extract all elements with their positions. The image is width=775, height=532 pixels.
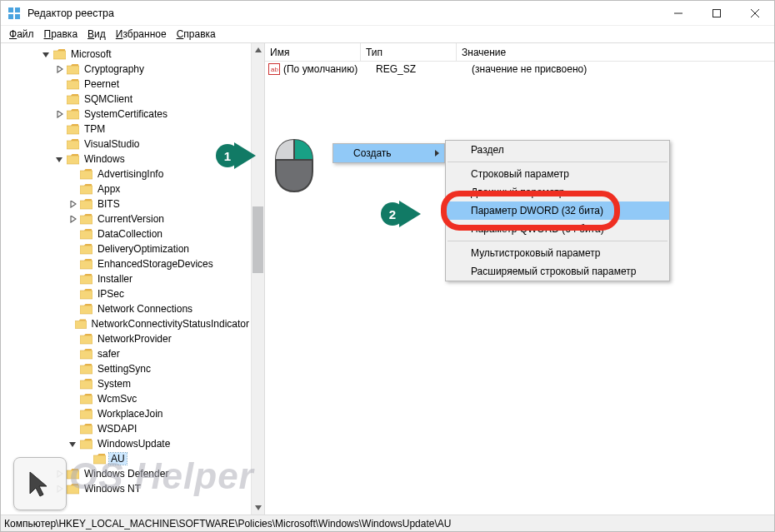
column-value[interactable]: Значение: [457, 43, 774, 61]
registry-tree[interactable]: MicrosoftCryptographyPeernetSQMClientSys…: [1, 43, 251, 515]
context-menu[interactable]: Создать: [332, 143, 445, 163]
tree-item[interactable]: BITS: [1, 196, 251, 211]
tree-item-label: AdvertisingInfo: [96, 168, 165, 180]
tree-item-label: DeliveryOptimization: [96, 243, 191, 255]
tree-item-label: Network Connections: [96, 303, 194, 315]
scroll-track[interactable]: [252, 57, 264, 501]
svg-rect-23: [80, 201, 92, 209]
tree-item[interactable]: AdvertisingInfo: [1, 167, 251, 181]
tree-item-label: WSDAPI: [96, 423, 138, 435]
menu-file[interactable]: Файл: [4, 28, 39, 40]
tree-item[interactable]: WcmSvc: [1, 391, 251, 406]
tree-item[interactable]: Network Connections: [1, 301, 251, 316]
tree-item[interactable]: Cryptography: [1, 62, 251, 77]
tree-item[interactable]: Appx: [1, 181, 251, 196]
tree-item[interactable]: DeliveryOptimization: [1, 241, 251, 256]
title-bar: Редактор реестра: [1, 1, 774, 26]
minimize-button[interactable]: [659, 1, 698, 25]
menu-bar: Файл Правка Вид Избранное Справка: [1, 26, 774, 42]
menu-view[interactable]: Вид: [82, 28, 111, 40]
watermark-text: OS Helper: [69, 455, 254, 497]
tree-item-label: Cryptography: [82, 63, 146, 75]
context-menu-item-create[interactable]: Создать: [333, 144, 444, 162]
svg-rect-1: [15, 7, 20, 12]
tree-item[interactable]: Peernet: [1, 77, 251, 92]
svg-rect-31: [80, 306, 92, 314]
close-button[interactable]: [736, 1, 774, 25]
scroll-down-button[interactable]: [252, 501, 264, 515]
tree-item-label: CurrentVersion: [96, 213, 166, 225]
tree-item[interactable]: System: [1, 376, 251, 391]
annotation-callout-1: 1: [216, 144, 239, 167]
tree-item-label: WindowsUpdate: [96, 438, 172, 450]
column-type[interactable]: Тип: [361, 43, 457, 61]
window-controls: [659, 1, 774, 25]
submenu-item[interactable]: Раздел: [446, 141, 669, 159]
submenu-item[interactable]: Мультистроковый параметр: [446, 244, 669, 262]
tree-item-label: WcmSvc: [96, 393, 138, 405]
svg-marker-8: [42, 52, 49, 57]
tree-item[interactable]: DataCollection: [1, 226, 251, 241]
tree-item[interactable]: NetworkConnectivityStatusIndicator: [1, 316, 251, 331]
tree-item[interactable]: EnhancedStorageDevices: [1, 256, 251, 271]
annotation-callout-2: 2: [381, 202, 404, 226]
tree-scrollbar[interactable]: [251, 43, 264, 515]
tree-item[interactable]: safer: [1, 346, 251, 361]
tree-item-label: Microsoft: [69, 48, 113, 60]
tree-item[interactable]: IPSec: [1, 286, 251, 301]
tree-item[interactable]: Microsoft: [1, 47, 251, 62]
maximize-button[interactable]: [698, 1, 736, 25]
menu-favorites[interactable]: Избранное: [111, 28, 172, 40]
svg-rect-16: [67, 126, 79, 134]
tree-item-label: Appx: [96, 183, 122, 195]
svg-rect-5: [713, 9, 721, 17]
tree-item-label: VisualStudio: [82, 138, 142, 150]
tree-item-label: DataCollection: [96, 228, 164, 240]
tree-item[interactable]: WorkplaceJoin: [1, 406, 251, 421]
tree-item[interactable]: Windows: [1, 152, 251, 167]
tree-item-label: NetworkProvider: [96, 333, 173, 345]
tree-item[interactable]: SQMClient: [1, 92, 251, 107]
svg-marker-53: [30, 472, 47, 496]
value-name: (По умолчанию): [283, 63, 376, 75]
tree-item[interactable]: CurrentVersion: [1, 211, 251, 226]
tree-item[interactable]: SettingSync: [1, 361, 251, 376]
svg-rect-19: [67, 156, 79, 164]
status-path: Компьютер\HKEY_LOCAL_MACHINE\SOFTWARE\Po…: [4, 518, 451, 530]
svg-rect-38: [80, 410, 92, 419]
list-body[interactable]: ab(По умолчанию)REG_SZ(значение не присв…: [265, 62, 774, 515]
submenu-item[interactable]: Строковый параметр: [446, 165, 669, 183]
submenu-item[interactable]: Расширяемый строковый параметр: [446, 262, 669, 281]
cursor-indicator: [13, 457, 67, 510]
scroll-up-button[interactable]: [252, 43, 264, 57]
svg-rect-11: [67, 66, 79, 74]
menu-edit[interactable]: Правка: [39, 28, 83, 40]
menu-separator: [448, 241, 668, 241]
tree-item-label: SettingSync: [96, 363, 152, 375]
value-data: (значение не присвоено): [472, 63, 774, 75]
tree-item[interactable]: Installer: [1, 271, 251, 286]
tree-item-label: IPSec: [96, 288, 126, 300]
column-name[interactable]: Имя: [265, 43, 361, 61]
tree-item[interactable]: NetworkProvider: [1, 331, 251, 346]
tree-item[interactable]: VisualStudio: [1, 137, 251, 152]
svg-rect-13: [67, 96, 79, 104]
scroll-thumb[interactable]: [252, 206, 263, 273]
svg-marker-48: [255, 505, 262, 510]
tree-item[interactable]: TPM: [1, 122, 251, 137]
svg-rect-0: [8, 7, 13, 12]
list-row[interactable]: ab(По умолчанию)REG_SZ(значение не присв…: [265, 62, 774, 77]
tree-item[interactable]: WSDAPI: [1, 421, 251, 436]
menu-help[interactable]: Справка: [172, 28, 221, 40]
annotation-highlight-ring: [441, 191, 620, 231]
svg-marker-24: [71, 216, 76, 222]
svg-rect-26: [80, 231, 92, 239]
tree-item[interactable]: SystemCertificates: [1, 107, 251, 122]
tree-item[interactable]: WindowsUpdate: [1, 436, 251, 451]
tree-item-label: TPM: [82, 123, 107, 135]
string-value-icon: ab: [268, 63, 280, 75]
mouse-right-click-icon: [272, 138, 316, 193]
svg-marker-10: [58, 66, 62, 72]
svg-rect-17: [67, 141, 79, 149]
svg-rect-2: [8, 14, 13, 19]
